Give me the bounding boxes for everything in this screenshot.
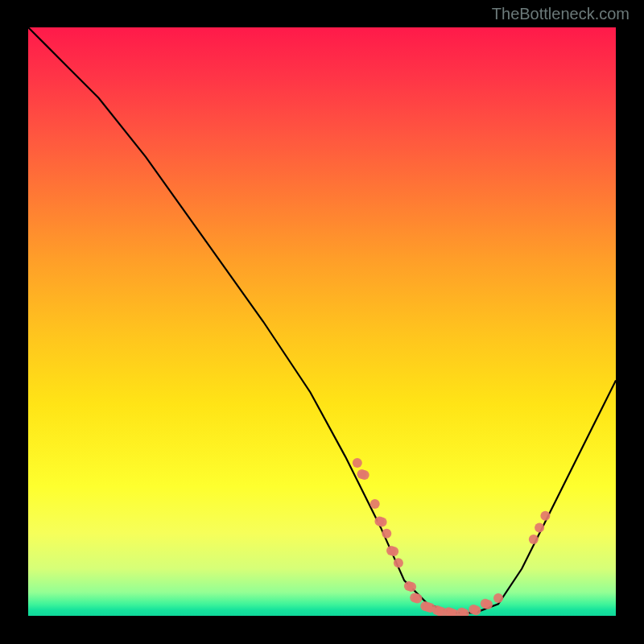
- attribution-text: TheBottleneck.com: [492, 5, 630, 23]
- chart-background-gradient: [28, 27, 616, 616]
- chart-area: [28, 27, 616, 616]
- page-root: TheBottleneck.com: [0, 0, 644, 644]
